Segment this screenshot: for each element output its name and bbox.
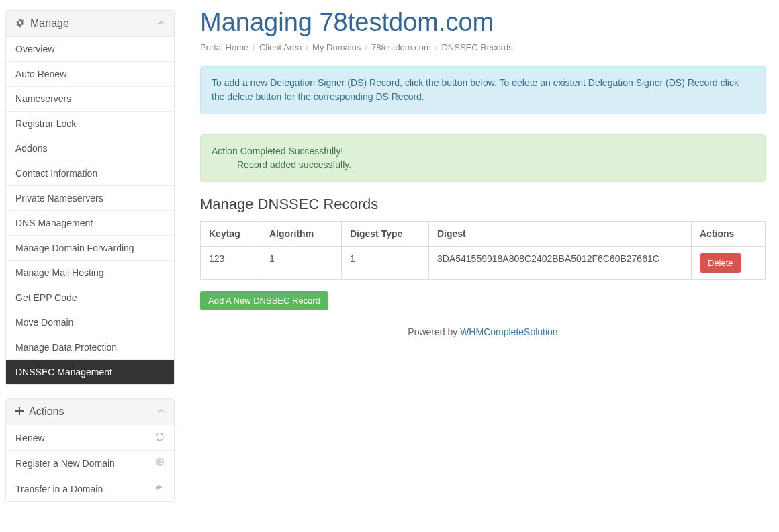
actions-panel-heading[interactable]: Actions [6, 399, 174, 425]
sidebar-manage-item[interactable]: Manage Data Protection [6, 335, 174, 359]
table-header: Digest Type [342, 221, 429, 246]
sidebar-item-label: Transfer in a Domain [15, 484, 103, 494]
cell-keytag: 123 [201, 246, 261, 279]
manage-panel-title: Manage [30, 17, 69, 30]
sidebar-item-label: Registrar Lock [15, 118, 76, 129]
info-alert: To add a new Delegation Signer (DS) Reco… [200, 66, 766, 114]
sidebar-action-item[interactable]: Transfer in a Domain [6, 476, 174, 501]
footer: Powered by WHMCompleteSolution [200, 326, 766, 337]
table-header: Digest [429, 221, 692, 246]
sidebar-manage-item[interactable]: Manage Mail Hosting [6, 260, 174, 285]
svg-rect-1 [15, 410, 24, 412]
breadcrumb-item[interactable]: Client Area [259, 42, 302, 52]
breadcrumb-separator: / [306, 42, 308, 52]
section-title: Manage DNSSEC Records [200, 195, 766, 213]
cell-algorithm: 1 [261, 246, 342, 279]
success-alert: Action Completed Successfully! Record ad… [200, 134, 766, 182]
sidebar-manage-item[interactable]: DNSSEC Management [6, 359, 174, 384]
success-title: Action Completed Successfully! [212, 146, 343, 157]
sidebar-action-item[interactable]: Renew [6, 425, 174, 450]
sidebar-item-label: Manage Mail Hosting [15, 267, 104, 278]
breadcrumb: Portal Home / Client Area / My Domains /… [200, 42, 766, 52]
share-icon [155, 483, 165, 494]
table-header: Actions [692, 221, 766, 246]
sidebar-item-label: Contact Information [15, 168, 97, 179]
sidebar-manage-item[interactable]: Addons [6, 136, 174, 161]
cell-digest-type: 1 [342, 246, 429, 279]
dnssec-records-table: KeytagAlgorithmDigest TypeDigestActions … [200, 221, 766, 280]
actions-panel-title: Actions [29, 406, 64, 418]
manage-panel: Manage OverviewAuto RenewNameserversRegi… [5, 10, 175, 385]
sidebar-manage-item[interactable]: Registrar Lock [6, 111, 174, 136]
gear-icon [15, 18, 25, 30]
success-message: Record added successfully. [212, 158, 754, 171]
footer-link[interactable]: WHMCompleteSolution [460, 326, 558, 337]
breadcrumb-separator: / [435, 42, 438, 52]
manage-panel-heading[interactable]: Manage [6, 11, 174, 37]
refresh-icon [155, 432, 165, 443]
plus-icon [15, 406, 24, 417]
breadcrumb-item[interactable]: My Domains [312, 42, 361, 52]
sidebar-item-label: Manage Data Protection [15, 342, 117, 353]
breadcrumb-item[interactable]: 78testdom.com [371, 42, 431, 52]
breadcrumb-separator: / [365, 42, 367, 52]
sidebar-manage-item[interactable]: DNS Management [6, 210, 174, 235]
sidebar-manage-item[interactable]: Contact Information [6, 161, 174, 185]
sidebar-item-label: DNSSEC Management [15, 367, 112, 378]
chevron-up-icon [158, 407, 165, 416]
sidebar-item-label: Register a New Domain [15, 458, 115, 469]
sidebar-manage-item[interactable]: Get EPP Code [6, 285, 174, 310]
breadcrumb-item: DNSSEC Records [441, 42, 512, 52]
actions-panel: Actions RenewRegister a New DomainTransf… [5, 398, 175, 502]
cell-digest: 3DA541559918A808C2402BBA5012F6C60B27661C [429, 246, 692, 279]
sidebar-item-label: Addons [15, 143, 47, 154]
cell-actions: Delete [692, 246, 766, 279]
table-row: 123113DA541559918A808C2402BBA5012F6C60B2… [201, 246, 766, 279]
sidebar-manage-item[interactable]: Move Domain [6, 310, 174, 335]
sidebar-manage-item[interactable]: Nameservers [6, 86, 174, 111]
sidebar-manage-item[interactable]: Auto Renew [6, 61, 174, 86]
breadcrumb-separator: / [253, 42, 255, 52]
table-header: Algorithm [261, 221, 342, 246]
sidebar-item-label: DNS Management [15, 218, 93, 228]
footer-prefix: Powered by [408, 326, 460, 337]
sidebar-item-label: Renew [15, 433, 45, 443]
add-dnssec-record-button[interactable]: Add A New DNSSEC Record [200, 291, 328, 310]
sidebar-item-label: Nameservers [15, 93, 71, 104]
sidebar-item-label: Auto Renew [15, 69, 66, 79]
sidebar-manage-item[interactable]: Private Nameservers [6, 185, 174, 210]
page-title: Managing 78testdom.com [200, 8, 766, 37]
globe-icon [155, 457, 165, 469]
sidebar-manage-item[interactable]: Manage Domain Forwarding [6, 235, 174, 260]
breadcrumb-item[interactable]: Portal Home [200, 42, 248, 52]
sidebar-item-label: Overview [15, 44, 54, 54]
sidebar-action-item[interactable]: Register a New Domain [6, 450, 174, 476]
chevron-up-icon [158, 19, 165, 28]
sidebar-item-label: Manage Domain Forwarding [15, 242, 134, 253]
table-header: Keytag [201, 221, 261, 246]
sidebar-item-label: Get EPP Code [15, 292, 77, 303]
sidebar-item-label: Private Nameservers [15, 193, 103, 204]
sidebar-item-label: Move Domain [15, 317, 73, 328]
delete-button[interactable]: Delete [700, 253, 741, 273]
sidebar-manage-item[interactable]: Overview [6, 37, 174, 61]
